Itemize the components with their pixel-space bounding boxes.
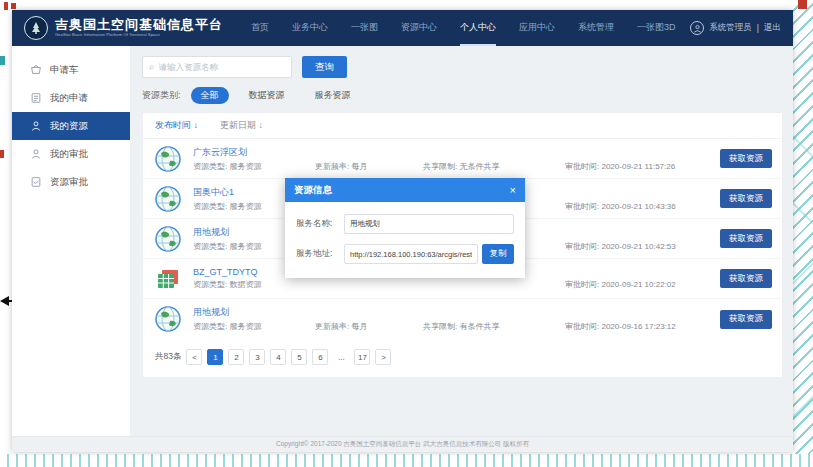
sidebar-item-label: 我的审批	[50, 148, 88, 161]
globe-icon	[153, 304, 183, 334]
user-avatar-icon[interactable]	[690, 21, 704, 35]
get-resource-button[interactable]: 获取资源	[720, 189, 772, 208]
globe-icon	[153, 184, 183, 214]
wallpaper-stripes-right	[793, 0, 813, 467]
wallpaper-accent	[4, 2, 8, 10]
search-input[interactable]	[159, 62, 285, 72]
freq-label: 更新频率:	[315, 322, 349, 331]
search-box: ⌕	[142, 56, 292, 78]
nav-resource-center[interactable]: 资源中心	[401, 10, 437, 46]
service-name-field: 服务名称:	[296, 214, 514, 234]
get-resource-button[interactable]: 获取资源	[720, 310, 772, 329]
user-divider: |	[757, 23, 759, 33]
type-label: 资源类型:	[193, 242, 227, 251]
sort-publish-time[interactable]: 发布时间 ↓	[155, 119, 198, 132]
globe-icon	[153, 224, 183, 254]
resource-row: 广东云浮区划 资源类型: 服务资源 更新频率: 每月 共享限制: 无条件共享 审…	[143, 139, 782, 179]
pagination-page-6[interactable]: 6	[312, 349, 328, 365]
freq-label: 更新频率:	[315, 162, 349, 171]
row-meta: 资源类型: 服务资源 更新频率: 每月 共享限制: 有条件共享 审批时间: 20…	[193, 321, 720, 332]
get-resource-button[interactable]: 获取资源	[720, 229, 772, 248]
user-name[interactable]: 系统管理员	[709, 22, 752, 34]
wallpaper-accent	[0, 56, 5, 65]
sidebar-item-resource-approval[interactable]: 资源审批	[12, 168, 130, 196]
nav-one-map-3d[interactable]: 一张图3D	[637, 10, 676, 46]
nav-business-center[interactable]: 业务中心	[292, 10, 328, 46]
service-address-label: 服务地址:	[296, 248, 344, 260]
nav-app-center[interactable]: 应用中心	[519, 10, 555, 46]
time-label: 审批时间:	[565, 242, 599, 251]
type-label: 资源类型:	[193, 280, 227, 289]
type-value: 服务资源	[229, 162, 261, 171]
type-label: 资源类型:	[193, 162, 227, 171]
app-header: 吉奥国土空间基础信息平台 GeoStar Basic Information P…	[12, 10, 793, 46]
pagination-ellipsis: ...	[333, 349, 349, 365]
sidebar-item-apply-cart[interactable]: 申请车	[12, 56, 130, 84]
sort-update-date[interactable]: 更新日期 ↓	[220, 119, 263, 132]
modal-body: 服务名称: 服务地址: 复制	[285, 202, 525, 278]
service-address-field: 服务地址: 复制	[296, 244, 514, 264]
search-icon: ⌕	[149, 61, 155, 73]
resource-title-link[interactable]: 广东云浮区划	[193, 146, 720, 159]
get-resource-button[interactable]: 获取资源	[720, 269, 772, 288]
app-title: 吉奥国土空间基础信息平台	[55, 18, 223, 32]
filter-service-resources[interactable]: 服务资源	[305, 87, 361, 104]
time-value: 2020-09-21 10:42:53	[601, 242, 675, 251]
sidebar-item-label: 我的申请	[50, 92, 88, 105]
sidebar-item-my-approvals[interactable]: 我的审批	[12, 140, 130, 168]
share-value: 有条件共享	[459, 322, 499, 331]
row-meta: 资源类型: 服务资源 更新频率: 每月 共享限制: 无条件共享 审批时间: 20…	[193, 161, 720, 172]
time-value: 2020-09-21 10:22:02	[601, 280, 675, 289]
app-window: 吉奥国土空间基础信息平台 GeoStar Basic Information P…	[12, 10, 793, 452]
pagination-page-4[interactable]: 4	[270, 349, 286, 365]
globe-icon	[153, 144, 183, 174]
time-label: 审批时间:	[565, 280, 599, 289]
freq-value: 每月	[351, 322, 367, 331]
user-area: 系统管理员 | 退出	[690, 21, 781, 35]
copy-button[interactable]: 复制	[482, 244, 514, 264]
footer-copyright: Copyright© 2017-2020 吉奥国土空间基础信息平台 武大吉奥信息…	[12, 436, 793, 452]
search-row: ⌕ 查询	[142, 56, 783, 78]
service-address-input[interactable]	[344, 244, 478, 264]
sidebar-item-label: 申请车	[50, 64, 79, 77]
pagination-page-2[interactable]: 2	[228, 349, 244, 365]
filter-label: 资源类别:	[142, 89, 181, 102]
main-nav: 首页 业务中心 一张图 资源中心 个人中心 应用中心 系统管理 一张图3D	[251, 10, 676, 46]
type-label: 资源类型:	[193, 202, 227, 211]
filter-data-resources[interactable]: 数据资源	[239, 87, 295, 104]
filter-all[interactable]: 全部	[191, 87, 229, 104]
wallpaper-stripes-bottom	[0, 454, 813, 467]
nav-one-map[interactable]: 一张图	[351, 10, 378, 46]
get-resource-button[interactable]: 获取资源	[720, 149, 772, 168]
pagination-next[interactable]: >	[375, 349, 391, 365]
pagination-page-1[interactable]: 1	[207, 349, 223, 365]
resource-title-link[interactable]: 用地规划	[193, 306, 720, 319]
service-name-input[interactable]	[344, 214, 514, 234]
pagination-page-3[interactable]: 3	[249, 349, 265, 365]
sidebar-item-label: 资源审批	[50, 176, 88, 189]
share-label: 共享限制:	[423, 322, 457, 331]
type-label: 资源类型:	[193, 322, 227, 331]
sidebar-item-my-applications[interactable]: 我的申请	[12, 84, 130, 112]
logout-link[interactable]: 退出	[764, 22, 781, 34]
nav-home[interactable]: 首页	[251, 10, 269, 46]
sidebar-item-my-resources[interactable]: 我的资源	[12, 112, 130, 140]
row-meta: 资源类型: 数据资源 审批时间: 2020-09-21 10:22:02	[193, 279, 720, 290]
pagination-page-5[interactable]: 5	[291, 349, 307, 365]
resource-info-modal: 资源信息 × 服务名称: 服务地址: 复制	[285, 178, 525, 278]
pagination-prev[interactable]: <	[186, 349, 202, 365]
modal-title: 资源信息	[294, 184, 332, 197]
time-value: 2020-09-21 10:43:36	[601, 202, 675, 211]
sort-bar: 发布时间 ↓ 更新日期 ↓	[143, 113, 782, 139]
pagination-page-17[interactable]: 17	[354, 349, 370, 365]
share-value: 无条件共享	[459, 162, 499, 171]
time-label: 审批时间:	[565, 162, 599, 171]
search-button[interactable]: 查询	[302, 56, 347, 78]
nav-system-management[interactable]: 系统管理	[578, 10, 614, 46]
brand: 吉奥国土空间基础信息平台 GeoStar Basic Information P…	[55, 18, 223, 37]
share-label: 共享限制:	[423, 162, 457, 171]
row-main: 用地规划 资源类型: 服务资源 更新频率: 每月 共享限制: 有条件共享 审批时…	[193, 306, 720, 332]
wallpaper-accent	[0, 150, 4, 158]
close-icon[interactable]: ×	[510, 184, 516, 196]
nav-personal-center[interactable]: 个人中心	[460, 10, 496, 46]
